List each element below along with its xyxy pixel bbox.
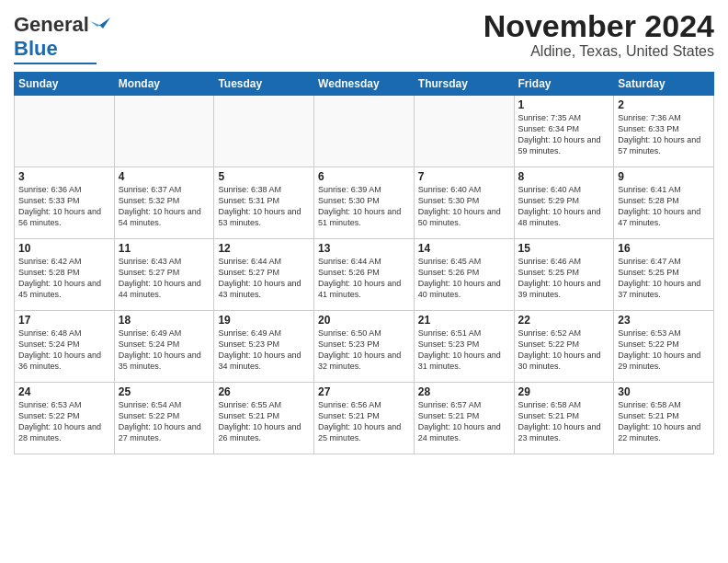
logo-general: General — [14, 13, 89, 37]
logo-blue: Blue — [14, 37, 58, 61]
day-number: 1 — [518, 98, 610, 111]
day-number: 9 — [618, 170, 710, 183]
day-number: 23 — [618, 314, 710, 327]
cell-w4-d5: 29Sunrise: 6:58 AM Sunset: 5:21 PM Dayli… — [514, 383, 614, 454]
day-number: 11 — [119, 242, 210, 255]
calendar-table: Sunday Monday Tuesday Wednesday Thursday… — [14, 72, 714, 454]
day-info: Sunrise: 6:36 AM Sunset: 5:33 PM Dayligh… — [18, 184, 110, 229]
cell-w2-d4: 14Sunrise: 6:45 AM Sunset: 5:26 PM Dayli… — [414, 239, 514, 311]
day-info: Sunrise: 6:45 AM Sunset: 5:26 PM Dayligh… — [418, 256, 510, 301]
cell-w2-d1: 11Sunrise: 6:43 AM Sunset: 5:27 PM Dayli… — [114, 239, 214, 311]
logo: General Blue — [14, 13, 110, 64]
cell-w2-d3: 13Sunrise: 6:44 AM Sunset: 5:26 PM Dayli… — [314, 239, 415, 311]
logo-bird-icon — [90, 16, 110, 30]
cell-w4-d4: 28Sunrise: 6:57 AM Sunset: 5:21 PM Dayli… — [414, 383, 514, 454]
week-row-0: 1Sunrise: 7:35 AM Sunset: 6:34 PM Daylig… — [15, 96, 714, 167]
day-info: Sunrise: 6:48 AM Sunset: 5:24 PM Dayligh… — [18, 327, 110, 373]
day-info: Sunrise: 6:44 AM Sunset: 5:26 PM Dayligh… — [318, 256, 410, 301]
day-number: 7 — [418, 170, 510, 183]
col-friday: Friday — [514, 73, 614, 96]
cell-w1-d0: 3Sunrise: 6:36 AM Sunset: 5:33 PM Daylig… — [15, 167, 115, 239]
day-number: 21 — [418, 314, 510, 327]
svg-marker-1 — [90, 21, 99, 27]
cell-w3-d6: 23Sunrise: 6:53 AM Sunset: 5:22 PM Dayli… — [614, 311, 714, 383]
day-number: 29 — [518, 385, 610, 398]
cell-w0-d2 — [214, 96, 314, 167]
day-number: 16 — [618, 242, 710, 255]
day-number: 18 — [119, 314, 210, 327]
cell-w3-d3: 20Sunrise: 6:50 AM Sunset: 5:23 PM Dayli… — [314, 311, 415, 383]
day-info: Sunrise: 6:57 AM Sunset: 5:21 PM Dayligh… — [418, 399, 510, 444]
day-info: Sunrise: 7:35 AM Sunset: 6:34 PM Dayligh… — [518, 112, 610, 157]
day-number: 4 — [119, 170, 210, 183]
cell-w4-d6: 30Sunrise: 6:58 AM Sunset: 5:21 PM Dayli… — [614, 383, 714, 454]
col-monday: Monday — [114, 73, 214, 96]
col-thursday: Thursday — [414, 73, 514, 96]
day-number: 17 — [18, 314, 110, 327]
day-info: Sunrise: 6:40 AM Sunset: 5:30 PM Dayligh… — [418, 184, 510, 229]
cell-w0-d1 — [114, 96, 214, 167]
day-info: Sunrise: 6:47 AM Sunset: 5:25 PM Dayligh… — [618, 256, 710, 301]
day-info: Sunrise: 6:40 AM Sunset: 5:29 PM Dayligh… — [518, 184, 610, 229]
cell-w0-d6: 2Sunrise: 7:36 AM Sunset: 6:33 PM Daylig… — [614, 96, 714, 167]
day-info: Sunrise: 6:49 AM Sunset: 5:24 PM Dayligh… — [119, 327, 210, 373]
cell-w0-d5: 1Sunrise: 7:35 AM Sunset: 6:34 PM Daylig… — [514, 96, 614, 167]
day-number: 6 — [318, 170, 410, 183]
day-number: 24 — [18, 385, 110, 398]
day-info: Sunrise: 6:51 AM Sunset: 5:23 PM Dayligh… — [418, 327, 510, 373]
day-info: Sunrise: 6:46 AM Sunset: 5:25 PM Dayligh… — [518, 256, 610, 301]
day-info: Sunrise: 6:52 AM Sunset: 5:22 PM Dayligh… — [518, 327, 610, 373]
day-number: 13 — [318, 242, 410, 255]
title-area: November 2024 Aldine, Texas, United Stat… — [483, 9, 714, 60]
day-info: Sunrise: 6:39 AM Sunset: 5:30 PM Dayligh… — [318, 184, 410, 229]
week-row-2: 10Sunrise: 6:42 AM Sunset: 5:28 PM Dayli… — [15, 239, 714, 311]
col-wednesday: Wednesday — [314, 73, 415, 96]
day-number: 30 — [618, 385, 710, 398]
cell-w1-d4: 7Sunrise: 6:40 AM Sunset: 5:30 PM Daylig… — [414, 167, 514, 239]
day-number: 8 — [518, 170, 610, 183]
day-info: Sunrise: 6:54 AM Sunset: 5:22 PM Dayligh… — [119, 399, 210, 444]
cell-w2-d2: 12Sunrise: 6:44 AM Sunset: 5:27 PM Dayli… — [214, 239, 314, 311]
cell-w4-d2: 26Sunrise: 6:55 AM Sunset: 5:21 PM Dayli… — [214, 383, 314, 454]
day-number: 27 — [318, 385, 410, 398]
week-row-4: 24Sunrise: 6:53 AM Sunset: 5:22 PM Dayli… — [15, 383, 714, 454]
cell-w1-d6: 9Sunrise: 6:41 AM Sunset: 5:28 PM Daylig… — [614, 167, 714, 239]
day-info: Sunrise: 6:53 AM Sunset: 5:22 PM Dayligh… — [618, 327, 710, 373]
cell-w4-d0: 24Sunrise: 6:53 AM Sunset: 5:22 PM Dayli… — [15, 383, 115, 454]
day-number: 3 — [18, 170, 110, 183]
month-title: November 2024 — [483, 9, 714, 43]
cell-w0-d3 — [314, 96, 415, 167]
day-info: Sunrise: 6:43 AM Sunset: 5:27 PM Dayligh… — [119, 256, 210, 301]
cell-w3-d4: 21Sunrise: 6:51 AM Sunset: 5:23 PM Dayli… — [414, 311, 514, 383]
cell-w1-d2: 5Sunrise: 6:38 AM Sunset: 5:31 PM Daylig… — [214, 167, 314, 239]
cell-w2-d5: 15Sunrise: 6:46 AM Sunset: 5:25 PM Dayli… — [514, 239, 614, 311]
day-info: Sunrise: 6:56 AM Sunset: 5:21 PM Dayligh… — [318, 399, 410, 444]
day-number: 14 — [418, 242, 510, 255]
cell-w1-d3: 6Sunrise: 6:39 AM Sunset: 5:30 PM Daylig… — [314, 167, 415, 239]
day-number: 12 — [218, 242, 310, 255]
day-number: 26 — [218, 385, 310, 398]
day-info: Sunrise: 6:50 AM Sunset: 5:23 PM Dayligh… — [318, 327, 410, 373]
cell-w3-d0: 17Sunrise: 6:48 AM Sunset: 5:24 PM Dayli… — [15, 311, 115, 383]
day-info: Sunrise: 6:49 AM Sunset: 5:23 PM Dayligh… — [218, 327, 310, 373]
col-saturday: Saturday — [614, 73, 714, 96]
cell-w2-d0: 10Sunrise: 6:42 AM Sunset: 5:28 PM Dayli… — [15, 239, 115, 311]
cell-w1-d5: 8Sunrise: 6:40 AM Sunset: 5:29 PM Daylig… — [514, 167, 614, 239]
cell-w4-d3: 27Sunrise: 6:56 AM Sunset: 5:21 PM Dayli… — [314, 383, 415, 454]
day-number: 28 — [418, 385, 510, 398]
col-sunday: Sunday — [15, 73, 115, 96]
day-number: 22 — [518, 314, 610, 327]
day-number: 20 — [318, 314, 410, 327]
day-number: 10 — [18, 242, 110, 255]
day-number: 25 — [119, 385, 210, 398]
day-info: Sunrise: 6:53 AM Sunset: 5:22 PM Dayligh… — [18, 399, 110, 444]
header-row: Sunday Monday Tuesday Wednesday Thursday… — [15, 73, 714, 96]
day-info: Sunrise: 6:58 AM Sunset: 5:21 PM Dayligh… — [518, 399, 610, 444]
logo-underline — [14, 63, 97, 64]
cell-w2-d6: 16Sunrise: 6:47 AM Sunset: 5:25 PM Dayli… — [614, 239, 714, 311]
cell-w0-d0 — [15, 96, 115, 167]
day-info: Sunrise: 6:44 AM Sunset: 5:27 PM Dayligh… — [218, 256, 310, 301]
svg-marker-0 — [97, 17, 110, 29]
day-number: 15 — [518, 242, 610, 255]
page-container: General Blue November 2024 Aldine, Texas… — [0, 0, 728, 464]
